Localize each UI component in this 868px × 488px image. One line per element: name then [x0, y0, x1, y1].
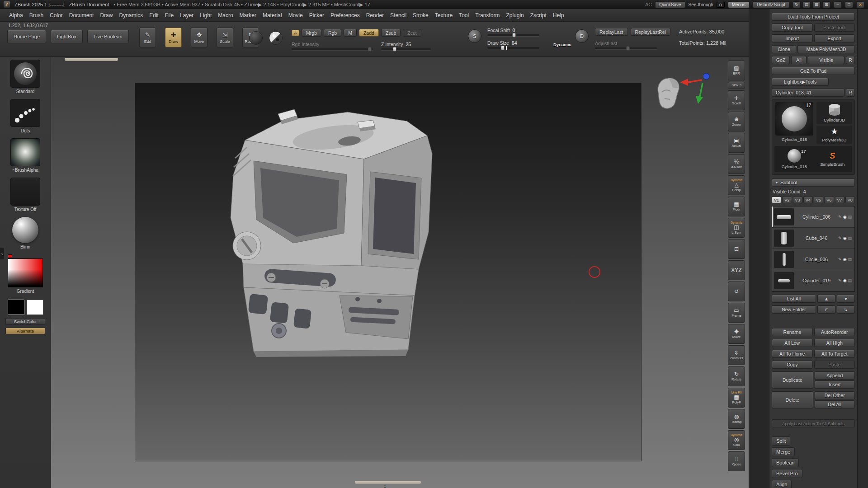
paste-subtool-button[interactable]: Paste [814, 361, 855, 369]
subtool-row[interactable]: Cylinder_006 ✎ ◉ ▤ [772, 206, 854, 227]
shelf-tool-button[interactable]: ▭ Frame [728, 303, 745, 323]
menu-item[interactable]: Brush [29, 12, 43, 19]
z-intensity-slider[interactable]: Z Intensity25 [381, 42, 431, 50]
clone-button[interactable]: Clone [772, 45, 796, 53]
subtool-row[interactable]: Circle_006 ✎ ◉ ▤ [772, 249, 854, 270]
minimize-button[interactable]: – [834, 1, 842, 8]
adjust-last-handle[interactable] [626, 46, 630, 51]
canvas-scroll-arrows[interactable]: ▴ ▾ [384, 484, 386, 488]
goz-visible-button[interactable]: Visible [808, 56, 844, 64]
alpha-thumbnail[interactable] [10, 138, 40, 166]
delete-button[interactable]: Delete [772, 391, 813, 408]
polypaint-icon[interactable]: ✎ [838, 278, 842, 283]
menu-item[interactable]: Picker [309, 12, 324, 19]
export-button[interactable]: Export [814, 34, 855, 42]
subtool-thumbnail[interactable] [774, 230, 794, 247]
alpha-selector[interactable]: ~BrushAlpha [10, 138, 40, 173]
lightbox-button[interactable]: LightBox [51, 30, 83, 43]
new-folder-button[interactable]: New Folder [772, 305, 816, 314]
shelf-tool-button[interactable]: ✥ Move [728, 324, 745, 344]
menu-item[interactable]: Zplugin [506, 12, 524, 19]
edit-mode-button[interactable]: ✎ Edit [139, 28, 156, 47]
visibility-eye-icon[interactable]: ◉ [843, 278, 847, 283]
menu-item[interactable]: Movie [288, 12, 303, 19]
all-to-home-button[interactable]: All To Home [772, 350, 813, 358]
visibility-eye-icon[interactable]: ◉ [843, 257, 847, 262]
close-button[interactable]: × [856, 1, 864, 8]
draw-size-track[interactable] [487, 47, 539, 49]
subtool-row[interactable]: Cube_046 ✎ ◉ ▤ [772, 228, 854, 249]
paste-tool-button[interactable]: Paste Tool [814, 23, 855, 32]
menu-item[interactable]: Transform [475, 12, 500, 19]
tool-item-simplebrush[interactable]: S SimpleBrush [815, 148, 851, 170]
alternate-button[interactable]: Alternate [5, 328, 45, 334]
recent-tool-slot[interactable]: 17 Cylinder_018 [776, 148, 812, 170]
autoreorder-button[interactable]: AutoReorder [814, 328, 855, 336]
polypaint-icon[interactable]: ✎ [838, 236, 842, 240]
collapsed-section-button[interactable]: Boolean [772, 458, 799, 467]
depth-indicator[interactable]: D [575, 29, 589, 43]
subtool-section-header[interactable]: ▾ Subtool [772, 178, 855, 187]
visibility-tab[interactable]: V7 [835, 197, 844, 203]
rgb-button[interactable]: Rgb [324, 29, 341, 37]
texture-selector[interactable]: Texture Off [10, 178, 40, 212]
visibility-tab[interactable]: V3 [793, 197, 802, 203]
z-axis-dot[interactable] [703, 73, 709, 80]
zcut-button[interactable]: Zcut [403, 29, 421, 37]
tool-item-cylinder3d[interactable]: Cylinder3D [816, 102, 852, 124]
focal-shift-slider[interactable]: Focal Shift0 [487, 28, 539, 36]
color-gradient-picker[interactable] [8, 258, 43, 287]
adjust-last-track[interactable] [595, 47, 657, 49]
menu-item[interactable]: Light [200, 12, 212, 19]
adjust-last-slider[interactable]: AdjustLast [595, 41, 657, 49]
material-sphere-thumbnail[interactable] [12, 217, 38, 243]
menu-item[interactable]: Marker [240, 12, 256, 19]
menu-item[interactable]: Preferences [330, 12, 360, 19]
menu-item[interactable]: Stencil [390, 12, 406, 19]
collapsed-section-button[interactable]: Split [772, 436, 790, 446]
goz-to-ipad-button[interactable]: GoZ To iPad [772, 67, 855, 75]
active-tool-thumbnail[interactable]: 17 [775, 102, 813, 136]
x-axis-arrow[interactable] [680, 79, 688, 86]
canvas-scrollbar-bottom[interactable] [355, 481, 421, 484]
zadd-button[interactable]: Zadd [359, 29, 379, 37]
draw-size-slider[interactable]: Draw Size64 [487, 40, 539, 49]
ui-toggle-icon[interactable]: ▤ [848, 236, 852, 240]
visibility-tab[interactable]: V1 [772, 197, 781, 203]
shelf-tool-button[interactable]: ⊕ Zoom [728, 112, 745, 131]
menus-button[interactable]: Menus [728, 1, 750, 8]
stroke-selector[interactable]: Dots [10, 99, 40, 133]
y-axis-arrow[interactable] [696, 96, 703, 104]
all-low-button[interactable]: All Low [772, 339, 813, 347]
ui-toggle-icon[interactable]: ▤ [848, 278, 852, 283]
mrgb-button[interactable]: Mrgb [302, 29, 321, 37]
menu-item[interactable]: File [165, 12, 174, 19]
shelf-tool-button[interactable]: ▦ Floor [728, 197, 745, 216]
focal-shift-handle[interactable] [512, 33, 516, 38]
shelf-tool-button[interactable]: Dynamic ◎ Solo [728, 430, 745, 450]
tool-item-polymesh3d[interactable]: ★ PolyMesh3D [816, 126, 852, 144]
shelf-tool-button[interactable]: ▧ BPR [728, 61, 745, 80]
goz-button[interactable]: GoZ [772, 56, 790, 64]
focal-shift-track[interactable] [487, 34, 539, 36]
ui-toggle-icon[interactable]: ▤ [848, 215, 852, 219]
z-intensity-handle[interactable] [393, 47, 396, 52]
menu-item[interactable]: Material [263, 12, 282, 19]
menu-item[interactable]: Tool [459, 12, 469, 19]
stroke-thumbnail[interactable] [10, 99, 40, 127]
list-all-button[interactable]: List All [772, 295, 816, 303]
shelf-tool-button[interactable]: ½ AAHalf [728, 154, 745, 174]
shelf-tool-button[interactable]: ⇳ Zoom3D [728, 345, 745, 365]
menu-item[interactable]: Stroke [413, 12, 429, 19]
subtool-down-button[interactable]: ▼ [837, 295, 855, 303]
texture-thumbnail[interactable] [10, 178, 40, 206]
color-picker[interactable]: Gradient [8, 254, 43, 294]
collapsed-section-button[interactable]: Bevel Pro [772, 469, 802, 478]
shelf-tool-button[interactable]: ↻ Rotate [728, 366, 745, 386]
left-tray-collapse-handle[interactable]: ‹ [0, 248, 4, 259]
replay-last-rel-button[interactable]: ReplayLastRel [631, 28, 670, 36]
shelf-tool-button[interactable]: ✛ Scroll [728, 90, 745, 110]
rgb-intensity-handle[interactable] [368, 47, 372, 52]
switch-color-button[interactable]: SwitchColor [5, 318, 45, 325]
import-button[interactable]: Import [772, 34, 813, 42]
